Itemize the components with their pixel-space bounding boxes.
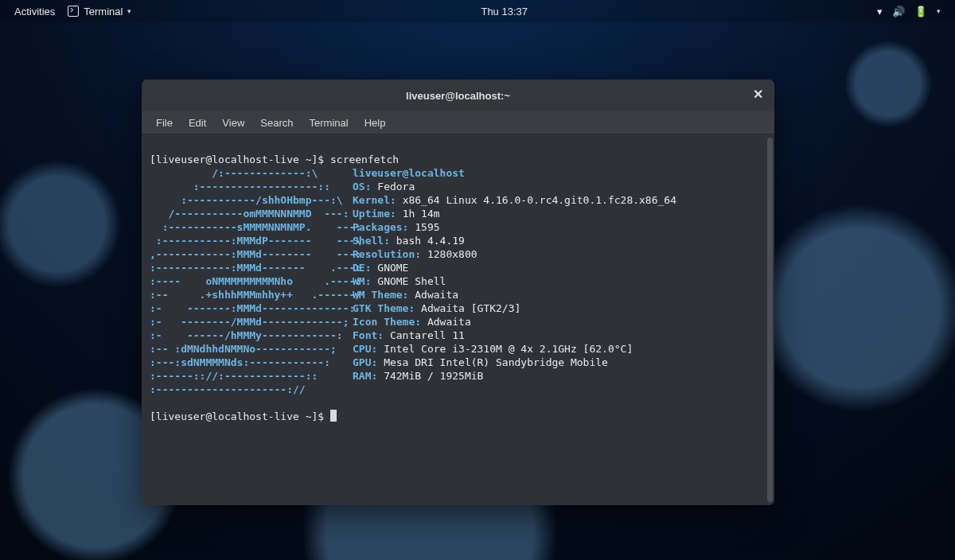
- battery-icon: 🔋: [914, 6, 927, 18]
- system-info: liveuser@localhost OS: Fedora Kernel: x8…: [353, 166, 766, 396]
- ascii-art: /:-------------:\ :-------------------::…: [150, 166, 353, 396]
- clock[interactable]: Thu 13:37: [474, 6, 534, 18]
- prompt-line-1: [liveuser@localhost-live ~]$ screenfetch: [150, 154, 399, 165]
- chevron-down-icon: ▾: [937, 7, 941, 15]
- menu-view[interactable]: View: [214, 114, 252, 132]
- menu-help[interactable]: Help: [357, 114, 394, 132]
- menu-bar: File Edit View Search Terminal Help: [142, 111, 774, 134]
- terminal-body[interactable]: [liveuser@localhost-live ~]$ screenfetch…: [142, 134, 774, 505]
- prompt-line-2: [liveuser@localhost-live ~]$: [150, 410, 330, 422]
- gnome-top-bar: Activities Terminal ▾ Thu 13:37 ▾ 🔊 🔋 ▾: [0, 0, 955, 22]
- close-icon[interactable]: ✕: [753, 88, 763, 101]
- app-menu[interactable]: Terminal ▾: [61, 6, 138, 18]
- terminal-app-icon: [68, 6, 79, 17]
- scrollbar[interactable]: [767, 138, 773, 502]
- clock-label: Thu 13:37: [481, 6, 528, 18]
- volume-icon: 🔊: [892, 6, 905, 18]
- activities-button[interactable]: Activities: [8, 6, 61, 18]
- cursor: [330, 410, 337, 422]
- activities-label: Activities: [14, 6, 55, 18]
- menu-file[interactable]: File: [148, 114, 181, 132]
- window-title: liveuser@localhost:~: [406, 90, 510, 102]
- app-name-label: Terminal: [84, 6, 123, 18]
- window-titlebar[interactable]: liveuser@localhost:~ ✕: [142, 80, 774, 111]
- system-tray[interactable]: ▾ 🔊 🔋 ▾: [871, 6, 947, 18]
- chevron-down-icon: ▾: [127, 7, 131, 15]
- menu-edit[interactable]: Edit: [181, 114, 214, 132]
- menu-search[interactable]: Search: [252, 114, 301, 132]
- network-icon: ▾: [877, 6, 883, 18]
- screenfetch-output: /:-------------:\ :-------------------::…: [150, 166, 766, 396]
- terminal-window: liveuser@localhost:~ ✕ File Edit View Se…: [142, 80, 774, 505]
- menu-terminal[interactable]: Terminal: [302, 114, 357, 132]
